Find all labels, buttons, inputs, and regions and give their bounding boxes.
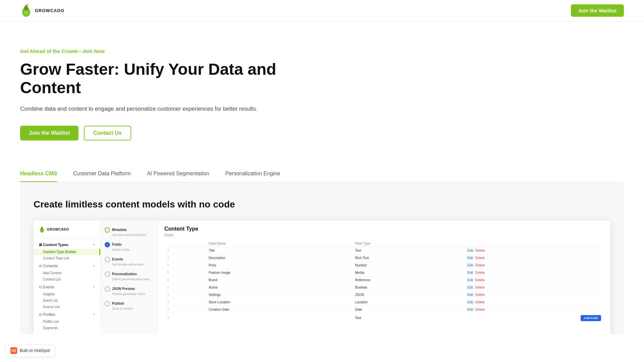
field-name-new — [206, 313, 353, 323]
drag-handle[interactable]: ⠿ — [164, 284, 206, 291]
field-actions: EditDelete — [465, 269, 604, 276]
middle-item-json-sub: Review generated JSON — [105, 292, 153, 296]
edit-button[interactable]: Edit — [467, 308, 473, 311]
sidebar-item-segments[interactable]: Segments — [34, 325, 100, 331]
tabs-section: Headless CMS Customer Data Platform AI P… — [0, 154, 644, 182]
middle-item-events-title: Events — [112, 257, 123, 261]
field-actions: EditDelete — [465, 298, 604, 306]
sidebar-item-add-content[interactable]: Add Content — [34, 270, 100, 276]
sidebar-item-events[interactable]: ⊙ Events ▾ — [34, 283, 100, 291]
hero-join-waitlist-button[interactable]: Join the Waitlist — [20, 126, 78, 140]
hero-subtitle: Combine data and content to engage and p… — [20, 104, 282, 113]
growcado-logo-icon — [20, 3, 32, 18]
field-actions: EditDelete — [465, 306, 604, 313]
field-name-store-location: Store Location — [206, 298, 353, 306]
edit-button[interactable]: Edit — [467, 300, 473, 304]
middle-item-publish[interactable]: Publish Draft or Publish — [101, 298, 157, 313]
field-actions: EditDelete — [465, 261, 604, 269]
sidebar-group-events: ⊙ Events ▾ Insights Event List Source Li… — [34, 283, 100, 310]
edit-button[interactable]: Edit — [467, 293, 473, 297]
sidebar-item-content-type-builder[interactable]: Content Type Builder — [34, 249, 100, 255]
field-type-feature-image: Media — [352, 269, 465, 276]
drag-handle[interactable]: ⠿ — [164, 261, 206, 269]
table-row-add: ⠿ Text Add Field — [164, 313, 604, 323]
drag-handle[interactable]: ⠿ — [164, 276, 206, 284]
delete-button[interactable]: Delete — [475, 286, 485, 289]
field-name-title: Title — [206, 247, 353, 254]
drag-handle[interactable]: ⠿ — [164, 298, 206, 306]
table-row: ⠿ Active Boolean EditDelete — [164, 284, 604, 291]
nav-join-waitlist-button[interactable]: Join the Waitlist — [571, 4, 624, 17]
hero-section: Get Ahead of the Crowd—Join Now Grow Fas… — [0, 21, 302, 154]
delete-button[interactable]: Delete — [475, 271, 485, 275]
field-name-description: Description — [206, 254, 353, 261]
field-type-description: Rich Text — [352, 254, 465, 261]
tab-customer-data-platform[interactable]: Customer Data Platform — [73, 171, 131, 182]
add-field-button[interactable]: Add Field — [581, 315, 601, 321]
drag-handle[interactable]: ⠿ — [164, 291, 206, 298]
hero-eyebrow: Get Ahead of the Crowd—Join Now — [20, 48, 282, 54]
field-actions: EditDelete — [465, 254, 604, 261]
sidebar-item-content-list[interactable]: Content List — [34, 276, 100, 283]
sidebar-item-event-list[interactable]: Event List — [34, 297, 100, 304]
delete-button[interactable]: Delete — [475, 278, 485, 282]
fields-table: Filed Name Filed Type ⠿ Title Text EditD… — [164, 240, 604, 323]
table-row: ⠿ Price Number EditDelete — [164, 261, 604, 269]
middle-item-json-preview[interactable]: JSON Preview Review generated JSON — [101, 284, 157, 298]
middle-item-metadata[interactable]: ✓ Metadata Set name and description — [101, 225, 157, 239]
sidebar-item-contents-label: ⊙ Contents — [39, 264, 58, 268]
edit-button[interactable]: Edit — [467, 263, 473, 267]
table-row: ⠿ Title Text EditDelete — [164, 247, 604, 254]
hero-contact-us-button[interactable]: Contact Us — [84, 126, 131, 140]
edit-button[interactable]: Edit — [467, 256, 473, 260]
edit-button[interactable]: Edit — [467, 286, 473, 289]
chevron-down-icon-events: ▾ — [93, 285, 95, 289]
step-todo-icon-publish — [105, 301, 110, 306]
sidebar-group-content-types: ⊞ Content Types ▾ Content Type Builder C… — [34, 241, 100, 261]
field-type-new: Text — [352, 313, 465, 323]
tab-headless-cms[interactable]: Headless CMS — [20, 171, 57, 182]
table-row: ⠿ Description Rich Text EditDelete — [164, 254, 604, 261]
middle-item-fields[interactable]: ● Fields Define Fields — [101, 239, 157, 254]
sidebar-item-content-types[interactable]: ⊞ Content Types ▾ — [34, 241, 100, 249]
drag-handle[interactable]: ⠿ — [164, 306, 206, 313]
drag-handle[interactable]: ⠿ — [164, 269, 206, 276]
tab-ai-powered-segmentation[interactable]: AI Powered Segmentation — [147, 171, 209, 182]
field-name-settings: Settings — [206, 291, 353, 298]
sidebar-group-contents: ⊙ Contents ▾ Add Content Content List — [34, 262, 100, 283]
delete-button[interactable]: Delete — [475, 256, 485, 260]
middle-item-personalization[interactable]: Personalization Define personalization r… — [101, 269, 157, 284]
sidebar-item-profiles[interactable]: ⊙ Profiles ▾ — [34, 311, 100, 318]
sidebar-item-contents[interactable]: ⊙ Contents ▾ — [34, 262, 100, 270]
sidebar-item-insights[interactable]: Insights — [34, 291, 100, 297]
step-todo-icon-personalization — [105, 272, 110, 277]
table-row: ⠿ Brand Reference EditDelete — [164, 276, 604, 284]
sidebar-item-content-type-list[interactable]: Content Type List — [34, 255, 100, 261]
step-done-icon: ✓ — [105, 227, 110, 233]
delete-button[interactable]: Delete — [475, 249, 485, 252]
delete-button[interactable]: Delete — [475, 263, 485, 267]
edit-button[interactable]: Edit — [467, 249, 473, 252]
content-panel: Create limitless content models with no … — [20, 182, 624, 335]
chevron-down-icon-contents: ▾ — [93, 264, 95, 267]
field-actions: EditDelete — [465, 291, 604, 298]
edit-button[interactable]: Edit — [467, 278, 473, 282]
delete-button[interactable]: Delete — [475, 293, 485, 297]
field-actions: EditDelete — [465, 284, 604, 291]
field-type-price: Number — [352, 261, 465, 269]
delete-button[interactable]: Delete — [475, 300, 485, 304]
delete-button[interactable]: Delete — [475, 308, 485, 311]
mock-middle-panel: ✓ Metadata Set name and description ● Fi… — [101, 221, 158, 335]
sidebar-item-source-list[interactable]: Source List — [34, 304, 100, 310]
middle-item-events[interactable]: Events Get familiar with events — [101, 254, 157, 269]
middle-item-metadata-sub: Set name and description — [105, 233, 153, 237]
sidebar-item-profile-list[interactable]: Profile List — [34, 318, 100, 325]
drag-handle[interactable]: ⠿ — [164, 254, 206, 261]
middle-item-personalization-sub: Define personalization rules — [105, 278, 153, 281]
table-header-actions — [465, 240, 604, 247]
field-actions: EditDelete — [465, 247, 604, 254]
tab-personalization-engine[interactable]: Personalization Engine — [225, 171, 280, 182]
edit-button[interactable]: Edit — [467, 271, 473, 275]
field-name-creation-date: Creation Date — [206, 306, 353, 313]
drag-handle[interactable]: ⠿ — [164, 247, 206, 254]
